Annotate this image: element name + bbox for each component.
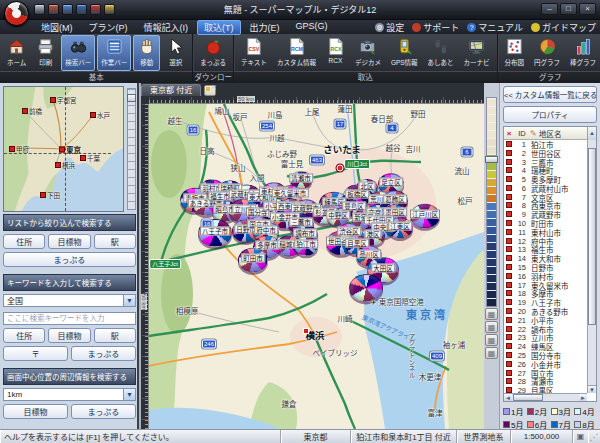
overview-zoom-thumb[interactable]	[127, 94, 136, 102]
map-zoom-thumb[interactable]	[485, 156, 498, 163]
camera-icon	[358, 37, 377, 56]
ribbon-button-distribution[interactable]: 分布図	[501, 35, 529, 71]
map-place-label: 松戸	[458, 195, 473, 206]
ribbon-button-rcx[interactable]: RCXRCX	[322, 35, 349, 71]
map-style-button-3[interactable]: ▦	[485, 334, 498, 346]
back-to-custom-info-list-button[interactable]: << カスタム情報一覧に戻る	[503, 86, 597, 103]
keyword-search-postal-button[interactable]: 〒	[3, 346, 68, 361]
district-pie-label: 町田市	[241, 254, 265, 263]
menu-output[interactable]: 出力(E)	[243, 20, 287, 35]
menu-gps[interactable]: GPS(G)	[289, 20, 335, 35]
ribbon-button-work-bar[interactable]: 作業バー	[97, 35, 131, 71]
status-bar: ヘルプを表示するには [F1] を押してください。 東京都 狛江市和泉本町1丁目…	[0, 429, 600, 443]
map-style-button-2[interactable]: ▦	[485, 321, 498, 333]
list-search-address-button[interactable]: 住所	[3, 234, 45, 249]
scroll-up-icon[interactable]: ▲	[587, 127, 596, 140]
scroll-right-icon[interactable]: ►	[579, 394, 587, 401]
chevron-down-icon[interactable]: ▼	[123, 295, 135, 306]
ribbon-button-digicam[interactable]: デジカメ	[351, 35, 385, 71]
qa-workbar-icon[interactable]	[76, 4, 87, 15]
list-search-station-button[interactable]: 駅	[94, 234, 136, 249]
ribbon-button-home[interactable]: ホーム	[3, 35, 30, 71]
resize-grip[interactable]: ⋰	[588, 430, 600, 443]
overview-map[interactable]: 前橋宇都宮水戸甲府東京千葉横浜下田	[3, 86, 124, 212]
zoom-level-segment	[487, 123, 496, 130]
table-horizontal-scrollbar[interactable]: ◄ ►	[504, 393, 587, 401]
ribbon-button-footprints[interactable]: あしあと	[424, 35, 458, 71]
ribbon-button-search-bar[interactable]: 検索バー	[61, 35, 95, 71]
pin-icon	[504, 377, 514, 386]
ribbon-button-text[interactable]: CSVテキスト	[237, 35, 271, 71]
district-id: 18	[514, 289, 528, 298]
chevron-down-icon[interactable]: ▼	[123, 389, 135, 400]
map-tab-bar: 東京都 付近	[141, 83, 484, 96]
keyword-search-address-button[interactable]: 住所	[3, 328, 45, 343]
around-search-landmark-button[interactable]: 目標物	[3, 404, 68, 419]
ribbon-button-text-label: テキスト	[241, 57, 267, 67]
hscroll-thumb[interactable]	[513, 394, 543, 401]
ribbon-button-print[interactable]: 印刷	[32, 35, 59, 71]
ribbon-button-bar-graph[interactable]: 棒グラフ	[566, 35, 600, 71]
map-style-button-1[interactable]: ▦	[485, 308, 498, 320]
minimize-button[interactable]: –	[541, 3, 558, 15]
pin-icon	[504, 369, 514, 378]
qa-transfer-icon[interactable]	[62, 4, 73, 15]
list-search-landmark-button[interactable]: 目標物	[48, 234, 90, 249]
district-row[interactable]: 29目黒区	[504, 386, 587, 393]
map-tab[interactable]: 東京都 付近	[141, 84, 201, 96]
qa-computer-icon[interactable]	[34, 4, 45, 15]
ribbon-button-select[interactable]: 選択	[162, 35, 189, 71]
maximize-button[interactable]: □	[560, 3, 577, 15]
ribbon-button-pie-graph[interactable]: 円グラフ	[530, 35, 564, 71]
apple-icon	[204, 37, 223, 56]
map-style-button-4[interactable]: ▦	[485, 347, 498, 359]
table-vertical-scrollbar[interactable]: ▼	[587, 140, 596, 393]
vscroll-thumb[interactable]	[588, 148, 596, 325]
close-button[interactable]: ×	[579, 3, 596, 15]
gps-device-icon	[395, 37, 414, 56]
scroll-left-icon[interactable]: ◄	[504, 394, 512, 401]
menu-guidemap[interactable]: ガイドマップ	[531, 21, 596, 34]
name-column-header[interactable]: 地区名	[539, 128, 587, 139]
list-search-mapple-button[interactable]: まっぷる	[3, 252, 136, 267]
ribbon-button-custom-info[interactable]: RCMカスタム情報	[273, 35, 320, 71]
menu-support[interactable]: サポート	[412, 21, 459, 34]
keyword-search-select[interactable]: 全国▼	[3, 294, 136, 307]
keyword-search-mapple-button[interactable]: まっぷる	[71, 346, 136, 361]
ribbon-button-gps-info[interactable]: GPS情報	[387, 35, 422, 71]
menu-plan[interactable]: プラン(P)	[82, 20, 135, 35]
legend-swatch	[551, 421, 558, 428]
status-scale-icon[interactable]: ▣	[572, 430, 588, 443]
menu-manual[interactable]: ?マニュアル	[467, 21, 523, 34]
menu-settings[interactable]: ⚙設定	[375, 21, 404, 34]
around-search-select-value: 1km	[4, 390, 123, 399]
legend-item: 4月	[574, 406, 598, 417]
quick-access-toolbar	[34, 4, 115, 15]
keyword-search-station-button[interactable]: 駅	[94, 328, 136, 343]
horizontal-ruler: 50 km	[149, 96, 484, 104]
app-logo-icon[interactable]	[4, 1, 29, 26]
keyword-search-input[interactable]	[3, 312, 136, 325]
ribbon-button-carnavi[interactable]: カーナビ	[460, 35, 494, 71]
zoom-level-segment	[487, 203, 496, 210]
qa-edit-icon[interactable]	[104, 4, 115, 15]
menu-annotate[interactable]: 情報記入(I)	[137, 20, 196, 35]
keyword-search-landmark-button[interactable]: 目標物	[48, 328, 90, 343]
overview-zoom-slider[interactable]	[127, 88, 136, 210]
ribbon-button-mapple[interactable]: まっぷる	[196, 35, 230, 71]
map-zoom-slider[interactable]	[486, 97, 497, 307]
properties-button[interactable]: プロパティ	[503, 106, 597, 123]
district-id: 10	[514, 219, 528, 228]
qa-record-icon[interactable]	[90, 4, 101, 15]
id-column-header[interactable]: ID	[514, 129, 530, 138]
around-search-mapple-button[interactable]: まっぷる	[71, 404, 136, 419]
delete-column-icon[interactable]: ×	[504, 129, 514, 138]
around-search-select[interactable]: 1km▼	[3, 388, 136, 401]
map-canvas[interactable]: 青梅市羽村市瑞穂町あきる野市福生市武蔵村山市東大和市東村山市東久留米市清瀬市昭島…	[149, 104, 484, 429]
menu-import[interactable]: 取込(T)	[197, 20, 241, 35]
district-table-header[interactable]: × ID ✎ 地区名 ▲	[504, 127, 596, 140]
scroll-down-icon[interactable]: ▼	[588, 385, 596, 393]
qa-home-icon[interactable]	[48, 4, 59, 15]
menu-map[interactable]: 地図(M)	[34, 20, 80, 35]
ribbon-button-move[interactable]: 移動	[133, 35, 160, 71]
